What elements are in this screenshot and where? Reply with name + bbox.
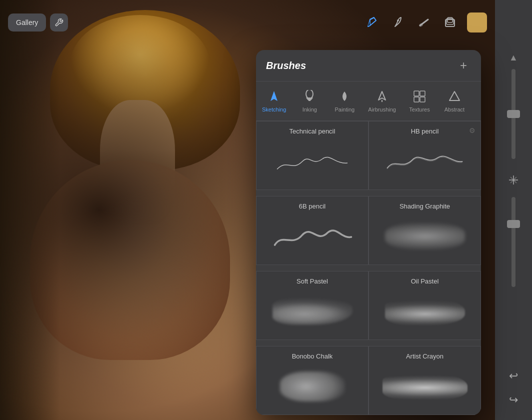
- gallery-button[interactable]: Gallery: [8, 14, 46, 32]
- svg-marker-14: [450, 92, 460, 100]
- brush-name-oil-pastel: Oil Pastel: [375, 278, 474, 285]
- svg-rect-11: [420, 91, 425, 96]
- svg-marker-8: [378, 92, 386, 100]
- svg-rect-7: [308, 98, 310, 101]
- svg-point-0: [397, 20, 399, 22]
- brushes-panel: Brushes + Sketching: [256, 50, 481, 415]
- brush-preview-soft-pastel: [262, 289, 362, 334]
- smudge-tool-button[interactable]: [415, 14, 433, 32]
- inking-tab-label: Inking: [302, 106, 317, 112]
- add-brush-button[interactable]: +: [456, 58, 471, 73]
- abstract-tab-icon: [448, 90, 461, 104]
- brush-preview-shading-graphite: [375, 214, 474, 258]
- svg-rect-12: [414, 97, 419, 102]
- tab-painting[interactable]: Painting: [327, 86, 362, 116]
- up-arrow-button[interactable]: ▲: [506, 50, 521, 65]
- hb-pencil-settings-icon[interactable]: ⚙: [469, 126, 476, 134]
- svg-point-6: [306, 90, 313, 98]
- painting-shadow-left: [0, 0, 60, 420]
- textures-tab-label: Textures: [409, 106, 430, 112]
- tab-textures[interactable]: Textures: [402, 86, 437, 116]
- brush-cell-shading-graphite[interactable]: Shading Graphite: [368, 196, 481, 265]
- pen-tool-button[interactable]: [389, 14, 407, 32]
- brush-cell-technical-pencil[interactable]: Technical pencil: [256, 121, 368, 190]
- symmetry-icon[interactable]: [504, 171, 522, 189]
- painting-tab-label: Painting: [334, 106, 354, 112]
- toolbar-right: [363, 12, 487, 32]
- brush-preview-oil-pastel: [375, 289, 474, 334]
- panel-title: Brushes: [266, 60, 306, 72]
- brush-name-hb-pencil: HB pencil: [375, 128, 474, 135]
- opacity-slider[interactable]: [512, 197, 516, 287]
- undo-button[interactable]: ↩: [504, 366, 524, 386]
- tab-abstract[interactable]: Abstract: [437, 86, 472, 116]
- brush-name-artist-crayon: Artist Crayon: [375, 352, 474, 360]
- redo-button[interactable]: ↪: [504, 390, 524, 410]
- opacity-slider-thumb: [507, 220, 520, 228]
- svg-marker-5: [270, 91, 278, 101]
- right-sidebar: ▲ ↩ ↪: [495, 0, 532, 420]
- tab-sketching[interactable]: Sketching: [256, 86, 292, 116]
- wrench-button[interactable]: [50, 14, 68, 32]
- pencil-tool-button[interactable]: [363, 14, 381, 32]
- brush-name-6b-pencil: 6B pencil: [262, 202, 362, 210]
- brush-preview-technical-pencil: [262, 139, 362, 184]
- textures-tab-icon: [413, 90, 426, 104]
- tab-airbrushing[interactable]: Airbrushing: [362, 86, 402, 116]
- inking-tab-icon: [303, 90, 316, 104]
- airbrushing-tab-label: Airbrushing: [368, 106, 396, 112]
- abstract-tab-label: Abstract: [444, 106, 464, 112]
- layers-tool-button[interactable]: [441, 14, 459, 32]
- brush-cell-oil-pastel[interactable]: Oil Pastel: [368, 271, 481, 340]
- brush-cell-soft-pastel[interactable]: Soft Pastel: [256, 271, 368, 340]
- brush-cell-artist-crayon[interactable]: Artist Crayon: [368, 346, 481, 415]
- size-slider-thumb: [507, 110, 520, 118]
- brush-name-bonobo-chalk: Bonobo Chalk: [262, 352, 362, 360]
- brush-name-technical-pencil: Technical pencil: [262, 128, 362, 135]
- svg-rect-13: [420, 97, 425, 102]
- svg-rect-10: [414, 91, 419, 96]
- brush-cell-bonobo-chalk[interactable]: Bonobo Chalk: [256, 346, 368, 415]
- brush-cell-6b-pencil[interactable]: 6B pencil: [256, 196, 368, 265]
- size-slider[interactable]: [512, 69, 516, 159]
- panel-header: Brushes +: [256, 50, 481, 82]
- painting-tab-icon: [338, 90, 351, 104]
- top-toolbar: Gallery: [0, 0, 495, 45]
- category-tabs: Sketching Inking: [256, 82, 481, 121]
- brush-grid: Technical pencil HB pencil ⚙ 6B pencil: [256, 121, 481, 415]
- brush-preview-hb-pencil: [375, 139, 474, 184]
- tab-inking[interactable]: Inking: [292, 86, 327, 116]
- brush-name-soft-pastel: Soft Pastel: [262, 278, 362, 285]
- brush-name-shading-graphite: Shading Graphite: [375, 202, 474, 210]
- brush-preview-6b-pencil: [262, 214, 362, 258]
- sketching-tab-label: Sketching: [262, 106, 286, 112]
- color-swatch[interactable]: [467, 12, 487, 32]
- brush-preview-artist-crayon: [375, 364, 474, 408]
- brush-preview-bonobo-chalk: [262, 364, 362, 408]
- airbrushing-tab-icon: [376, 90, 388, 104]
- sketching-tab-icon: [268, 90, 280, 104]
- toolbar-left: Gallery: [8, 14, 68, 32]
- brush-cell-hb-pencil[interactable]: HB pencil ⚙: [368, 121, 481, 190]
